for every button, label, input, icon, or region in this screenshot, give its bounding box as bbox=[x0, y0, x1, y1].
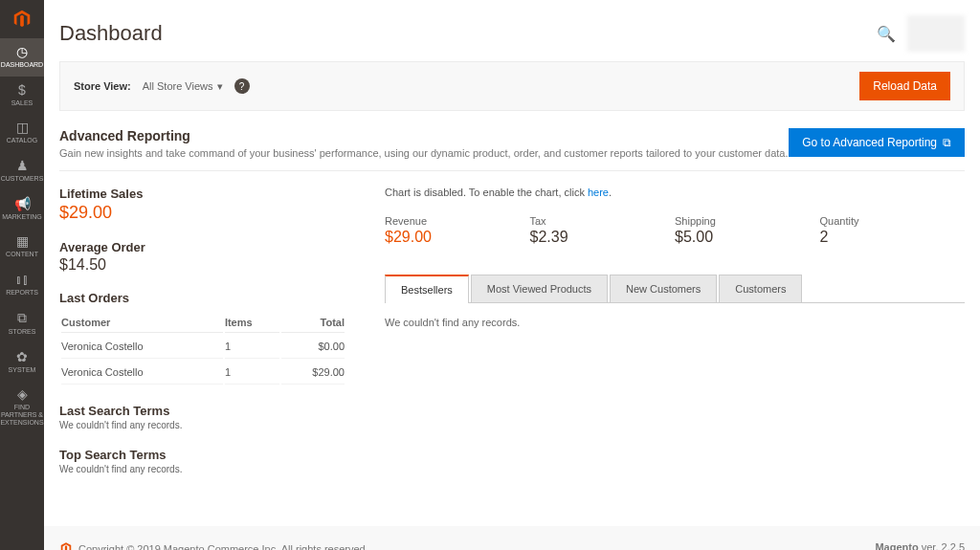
enable-chart-link[interactable]: here bbox=[588, 187, 609, 198]
footer-brand: Magento bbox=[875, 541, 918, 550]
footer-version: ver. 2.2.5 bbox=[919, 541, 965, 550]
tab-most-viewed[interactable]: Most Viewed Products bbox=[471, 275, 608, 302]
main-content: Dashboard 🔍 Store View: All Store Views▾… bbox=[44, 0, 980, 550]
sidebar: ◷Dashboard $Sales ◫Catalog ♟Customers 📢M… bbox=[0, 0, 44, 550]
lifetime-sales-value: $29.00 bbox=[59, 203, 346, 223]
partners-icon: ◈ bbox=[17, 386, 28, 402]
advanced-reporting-title: Advanced Reporting bbox=[59, 128, 789, 143]
stat-shipping-value: $5.00 bbox=[675, 229, 820, 246]
sidebar-item-stores[interactable]: ⧉Stores bbox=[0, 304, 44, 343]
page-title: Dashboard bbox=[59, 21, 163, 46]
tabs: Bestsellers Most Viewed Products New Cus… bbox=[385, 275, 965, 303]
footer: Copyright © 2019 Magento Commerce Inc. A… bbox=[44, 526, 980, 550]
customers-icon: ♟ bbox=[16, 158, 29, 173]
lifetime-sales-title: Lifetime Sales bbox=[59, 187, 346, 201]
sidebar-item-partners[interactable]: ◈Find Partners & Extensions bbox=[0, 381, 44, 433]
advanced-reporting-desc: Gain new insights and take command of yo… bbox=[59, 147, 789, 159]
sidebar-item-marketing[interactable]: 📢Marketing bbox=[0, 190, 44, 229]
top-search-empty: We couldn't find any records. bbox=[59, 464, 346, 474]
sidebar-item-label: Reports bbox=[6, 289, 38, 297]
tab-content-empty: We couldn't find any records. bbox=[385, 303, 965, 341]
catalog-icon: ◫ bbox=[16, 120, 29, 135]
sidebar-item-label: Stores bbox=[9, 328, 36, 336]
sidebar-item-label: Catalog bbox=[7, 137, 37, 144]
sidebar-item-dashboard[interactable]: ◷Dashboard bbox=[0, 38, 44, 77]
help-icon[interactable]: ? bbox=[234, 78, 250, 94]
go-to-advanced-reporting-button[interactable]: Go to Advanced Reporting⧉ bbox=[789, 128, 965, 157]
stat-shipping-label: Shipping bbox=[675, 215, 820, 227]
average-order-value: $14.50 bbox=[59, 256, 346, 274]
copyright-text: Copyright © 2019 Magento Commerce Inc. A… bbox=[78, 543, 368, 550]
stat-tax-value: $2.39 bbox=[530, 229, 676, 246]
scope-bar: Store View: All Store Views▾ ? Reload Da… bbox=[59, 61, 965, 111]
chart-disabled-message: Chart is disabled. To enable the chart, … bbox=[385, 187, 965, 198]
average-order-title: Average Order bbox=[59, 240, 346, 254]
tab-customers[interactable]: Customers bbox=[719, 275, 802, 302]
scope-label: Store View: bbox=[74, 80, 131, 92]
stat-revenue-value: $29.00 bbox=[385, 229, 530, 246]
th-customer: Customer bbox=[61, 313, 223, 333]
magento-logo[interactable] bbox=[0, 0, 44, 38]
th-total: Total bbox=[281, 313, 345, 333]
sales-icon: $ bbox=[18, 82, 26, 98]
reload-data-button[interactable]: Reload Data bbox=[859, 72, 950, 100]
sidebar-item-label: Find Partners & Extensions bbox=[0, 404, 43, 426]
table-row[interactable]: Veronica Costello 1 $29.00 bbox=[61, 361, 345, 385]
sidebar-item-label: Content bbox=[6, 251, 38, 258]
table-row[interactable]: Veronica Costello 1 $0.00 bbox=[61, 335, 345, 359]
marketing-icon: 📢 bbox=[14, 196, 31, 211]
sidebar-item-label: Dashboard bbox=[1, 61, 43, 69]
sidebar-item-label: System bbox=[9, 366, 36, 374]
tab-new-customers[interactable]: New Customers bbox=[610, 275, 717, 302]
sidebar-item-system[interactable]: ✿System bbox=[0, 343, 44, 382]
sidebar-item-customers[interactable]: ♟Customers bbox=[0, 152, 44, 190]
last-orders-table: Customer Items Total Veronica Costello 1… bbox=[59, 311, 346, 386]
advanced-reporting-section: Advanced Reporting Gain new insights and… bbox=[59, 111, 965, 171]
sidebar-item-label: Marketing bbox=[2, 213, 42, 221]
top-search-title: Top Search Terms bbox=[59, 448, 346, 462]
sidebar-item-content[interactable]: ▦Content bbox=[0, 228, 44, 266]
stat-quantity-value: 2 bbox=[820, 229, 966, 246]
stat-quantity-label: Quantity bbox=[820, 215, 966, 227]
stat-revenue-label: Revenue bbox=[385, 215, 530, 227]
reports-icon: ⫾⫿ bbox=[15, 272, 29, 287]
magento-footer-logo bbox=[59, 541, 73, 550]
tab-bestsellers[interactable]: Bestsellers bbox=[385, 275, 469, 303]
external-link-icon: ⧉ bbox=[943, 136, 951, 149]
stores-icon: ⧉ bbox=[17, 310, 27, 326]
sidebar-item-sales[interactable]: $Sales bbox=[0, 77, 44, 115]
system-icon: ✿ bbox=[16, 349, 28, 364]
last-search-title: Last Search Terms bbox=[59, 404, 346, 418]
search-icon[interactable]: 🔍 bbox=[877, 25, 896, 43]
chevron-down-icon: ▾ bbox=[217, 80, 223, 93]
sidebar-item-label: Customers bbox=[1, 175, 44, 183]
sidebar-item-reports[interactable]: ⫾⫿Reports bbox=[0, 266, 44, 304]
last-search-empty: We couldn't find any records. bbox=[59, 420, 346, 430]
sidebar-item-label: Sales bbox=[11, 99, 33, 107]
th-items: Items bbox=[225, 313, 279, 333]
scope-selector[interactable]: All Store Views▾ bbox=[143, 80, 223, 93]
stat-tax-label: Tax bbox=[530, 215, 676, 227]
dashboard-icon: ◷ bbox=[16, 44, 28, 59]
content-icon: ▦ bbox=[16, 233, 29, 249]
sidebar-item-catalog[interactable]: ◫Catalog bbox=[0, 114, 44, 152]
user-avatar[interactable] bbox=[907, 15, 965, 52]
last-orders-title: Last Orders bbox=[59, 291, 346, 305]
